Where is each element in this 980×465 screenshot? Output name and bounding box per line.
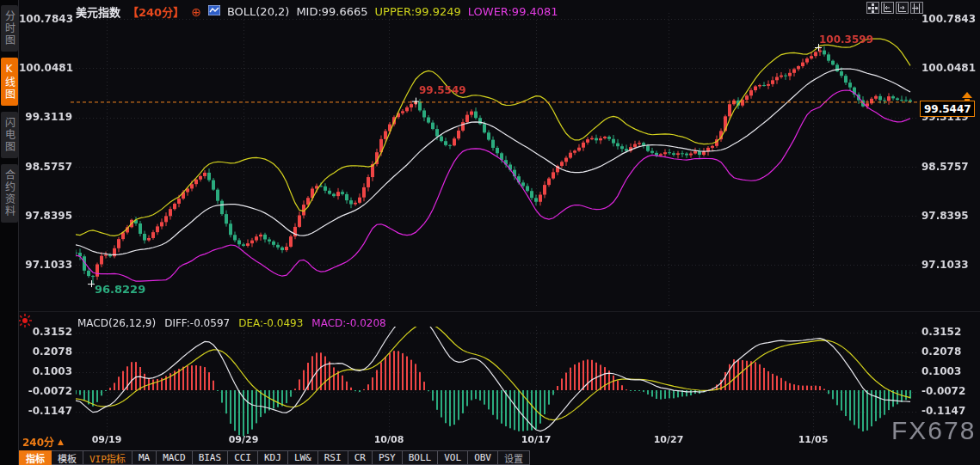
triangle-up-icon: ▲ bbox=[58, 437, 64, 446]
chart-header: 美元指数 【240分】 ⊕ BOLL(20,2) MID:99.6665 UPP… bbox=[76, 3, 558, 20]
toolbar-settings-button[interactable]: 设置 bbox=[498, 450, 530, 465]
boll-upper-value: UPPER:99.9249 bbox=[375, 5, 461, 18]
macd-tick-label: 0.3152 bbox=[19, 326, 72, 338]
date-tick-label: 10/08 bbox=[374, 434, 404, 445]
price-tick-label: 100.0481 bbox=[921, 62, 976, 74]
macd-tick-label: -0.0072 bbox=[921, 385, 965, 397]
toolbar-lw-button[interactable]: LW& bbox=[288, 450, 318, 465]
toolbar-boll-button[interactable]: BOLL bbox=[403, 450, 439, 465]
sidebar-tab-time-chart[interactable]: 分时图 bbox=[1, 5, 18, 52]
panel-divider bbox=[19, 311, 980, 312]
macd-tick-label: 0.2078 bbox=[921, 346, 961, 358]
chart-window: 分时图 K线图 闪电图 合约资料 美元指数 【240分】 ⊕ BOLL(20,2… bbox=[0, 0, 980, 465]
scale-axis-left-icon[interactable] bbox=[881, 2, 894, 14]
price-tick-label: 97.1033 bbox=[19, 259, 72, 271]
shift-right-icon[interactable] bbox=[910, 2, 923, 14]
annotation-swing-high-price: 99.5549 bbox=[419, 84, 466, 96]
toolbar-kdj-button[interactable]: KDJ bbox=[258, 450, 288, 465]
price-tick-label: 97.1033 bbox=[921, 259, 969, 271]
macd-dea-value: DEA:-0.0493 bbox=[238, 317, 303, 329]
boll-lower-value: LOWER:99.4081 bbox=[468, 5, 558, 18]
boll-indicator-label: BOLL(20,2) bbox=[227, 5, 290, 18]
macd-tick-label: 0.1003 bbox=[19, 365, 72, 377]
price-tick-label: 100.7843 bbox=[921, 13, 976, 25]
price-tick-label: 97.8395 bbox=[19, 210, 72, 222]
scale-axis-right-icon[interactable] bbox=[896, 2, 909, 14]
add-indicator-icon[interactable]: ⊕ bbox=[191, 6, 201, 18]
toolbar-psy-button[interactable]: PSY bbox=[373, 450, 403, 465]
sidebar-tab-contract-info[interactable]: 合约资料 bbox=[1, 164, 18, 223]
toolbar-rsi-button[interactable]: RSI bbox=[318, 450, 348, 465]
macd-name: MACD(26,12,9) bbox=[77, 317, 156, 329]
date-tick-label: 09/19 bbox=[92, 434, 122, 445]
price-tick-label: 99.3119 bbox=[19, 111, 72, 123]
macd-tick-label: -0.1147 bbox=[921, 405, 965, 417]
period-selector[interactable]: 240分 ▲ bbox=[22, 434, 64, 449]
macd-bar-value: MACD:-0.0208 bbox=[311, 317, 385, 329]
date-tick-label: 09/29 bbox=[229, 434, 259, 445]
macd-tick-label: -0.0072 bbox=[19, 385, 72, 397]
toolbar-vip-indicator-button[interactable]: VIP指标 bbox=[83, 450, 133, 465]
sidebar: 分时图 K线图 闪电图 合约资料 bbox=[0, 0, 19, 465]
chart-type-icon[interactable] bbox=[208, 5, 220, 18]
macd-tick-label: 0.3152 bbox=[921, 326, 961, 338]
symbol-name: 美元指数 bbox=[76, 3, 120, 20]
date-tick-label: 10/27 bbox=[654, 434, 684, 445]
macd-header: MACD(26,12,9) DIFF:-0.0597 DEA:-0.0493 M… bbox=[77, 317, 386, 329]
annotation-low-price: 96.8229 bbox=[95, 283, 145, 296]
macd-tick-label: -0.1147 bbox=[19, 405, 72, 417]
toolbar-bias-button[interactable]: BIAS bbox=[193, 450, 229, 465]
price-tick-label: 98.5757 bbox=[921, 161, 969, 173]
macd-tick-label: 0.2078 bbox=[19, 346, 72, 358]
sidebar-tab-flash-chart[interactable]: 闪电图 bbox=[1, 112, 18, 158]
toolbar-ma-button[interactable]: MA bbox=[133, 450, 157, 465]
sidebar-tab-kline-chart[interactable]: K线图 bbox=[1, 58, 18, 106]
pan-tool-icon[interactable] bbox=[866, 2, 879, 14]
toolbar-vol-button[interactable]: VOL bbox=[438, 450, 468, 465]
price-tick-label: 100.0481 bbox=[19, 62, 72, 74]
price-tick-label: 97.8395 bbox=[921, 210, 969, 222]
annotation-high-price: 100.3599 bbox=[819, 34, 873, 46]
current-price-box: 99.5447 bbox=[920, 101, 975, 117]
toolbar-obv-button[interactable]: OBV bbox=[468, 450, 498, 465]
fx678-watermark: FX678 bbox=[891, 416, 976, 445]
macd-diff-value: DIFF:-0.0597 bbox=[164, 317, 230, 329]
period-selector-label: 240分 bbox=[22, 434, 54, 449]
toolbar-indicator-button[interactable]: 指标 bbox=[19, 450, 52, 465]
toolbar-cr-button[interactable]: CR bbox=[348, 450, 373, 465]
chart-tools bbox=[866, 2, 923, 14]
boll-mid-value: MID:99.6665 bbox=[296, 5, 367, 18]
period-label[interactable]: 【240分】 bbox=[127, 3, 184, 20]
indicator-toolbar: 指标 模板 VIP指标 MA MACD BIAS CCI KDJ LW& RSI… bbox=[19, 450, 530, 465]
price-tick-label: 98.5757 bbox=[19, 161, 72, 173]
date-tick-label: 10/17 bbox=[521, 434, 552, 445]
date-tick-label: 11/05 bbox=[798, 434, 829, 445]
toolbar-macd-button[interactable]: MACD bbox=[157, 450, 193, 465]
macd-tick-label: 0.1003 bbox=[921, 365, 961, 377]
price-chart-canvas[interactable] bbox=[0, 0, 980, 465]
current-price-value: 99.5447 bbox=[924, 103, 971, 115]
price-tick-label: 100.7843 bbox=[19, 13, 72, 25]
toolbar-cci-button[interactable]: CCI bbox=[228, 450, 258, 465]
toolbar-template-button[interactable]: 模板 bbox=[52, 450, 83, 465]
